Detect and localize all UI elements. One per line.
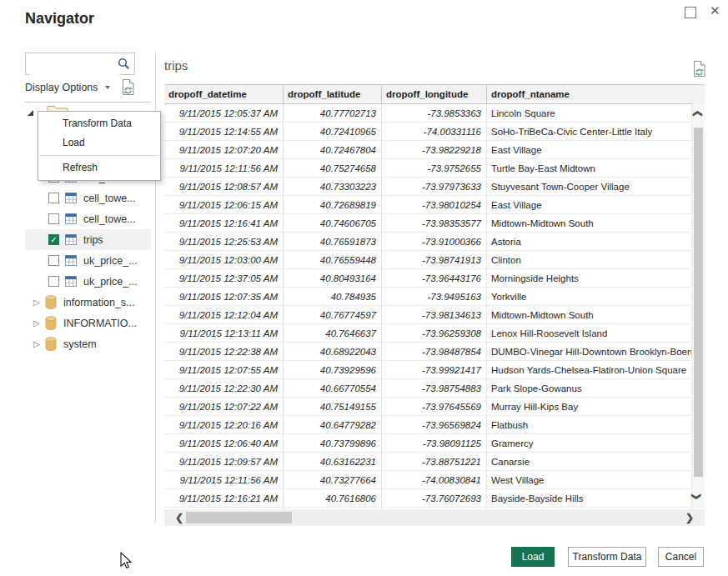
column-header-dropoff_datetime[interactable]: dropoff_datetime (164, 85, 284, 103)
preview-table: dropoff_datetimedropoff_latitudedropoff_… (164, 84, 705, 526)
table-icon (65, 255, 77, 266)
table-cell: -73.9853363 (382, 104, 487, 122)
horizontal-scroll-thumb[interactable] (186, 512, 292, 523)
table-cell: Lincoln Square (487, 104, 692, 122)
search-icon (118, 58, 130, 73)
load-button[interactable]: Load (511, 547, 555, 567)
table-cell: Bayside-Bayside Hills (487, 489, 692, 507)
expand-chevron-icon[interactable]: ▷ (33, 298, 43, 307)
table-cell: 9/11/2015 12:11:56 AM (164, 471, 284, 488)
vertical-scrollbar[interactable]: ❯ ❯ (692, 103, 705, 508)
table-cell: 9/11/2015 12:22:38 AM (164, 343, 284, 360)
table-row: 9/11/2015 12:25:53 AM40.76591873-73.9100… (164, 233, 692, 251)
table-cell: 40.64779282 (284, 416, 382, 433)
scroll-right-icon[interactable]: ❯ (685, 512, 694, 523)
table-cell: 40.66770554 (284, 379, 382, 397)
display-options-dropdown[interactable]: Display Options (25, 82, 110, 93)
menu-item-transform-data[interactable]: Transform Data (38, 114, 160, 133)
tree-item-information-s[interactable]: ▷ information_s... (25, 292, 151, 313)
horizontal-scrollbar[interactable]: ❮ ❯ (164, 509, 705, 526)
tree-item-uk-price[interactable]: uk_price_... (25, 271, 151, 292)
menu-item-refresh[interactable]: Refresh (38, 158, 160, 178)
checkbox[interactable]: ✓ (48, 234, 59, 245)
table-cell: 40.72689819 (284, 196, 382, 213)
table-row: 9/11/2015 12:14:55 AM40.72410965-74.0033… (164, 123, 692, 141)
table-cell: 9/11/2015 12:07:55 AM (164, 361, 284, 378)
table-icon (65, 213, 77, 224)
column-header-dropoff_latitude[interactable]: dropoff_latitude (284, 85, 382, 103)
expand-chevron-icon[interactable]: ▷ (33, 339, 43, 348)
preview-header-row: dropoff_datetimedropoff_latitudedropoff_… (164, 84, 705, 104)
table-cell: -73.98134613 (382, 306, 487, 323)
refresh-preview-icon[interactable] (692, 60, 706, 81)
table-cell: Midtown-Midtown South (487, 306, 692, 323)
table-cell: 9/11/2015 12:20:16 AM (164, 416, 284, 433)
table-cell: Clinton (487, 251, 692, 268)
column-header-dropoff_longitude[interactable]: dropoff_longitude (382, 85, 487, 103)
tree-item-label: system (63, 338, 97, 350)
table-cell: 9/11/2015 12:06:15 AM (164, 196, 284, 213)
preview-body: 9/11/2015 12:05:37 AM40.77702713-73.9853… (164, 104, 705, 526)
tree-item-informatio[interactable]: ▷ INFORMATIO... (25, 313, 151, 333)
table-cell: -73.98353577 (382, 214, 487, 232)
table-cell: Stuyvesant Town-Cooper Village (487, 178, 692, 195)
column-header-dropoff_ntaname[interactable]: dropoff_ntaname (487, 85, 705, 103)
tree-item-system[interactable]: ▷ system (25, 333, 151, 354)
expanded-triangle-icon[interactable] (28, 110, 33, 116)
checkbox[interactable] (48, 276, 59, 287)
checkbox[interactable] (48, 213, 59, 224)
table-cell: -73.9752655 (382, 159, 487, 177)
menu-separator (39, 155, 159, 156)
table-row: 9/11/2015 12:03:00 AM40.76559448-73.9874… (164, 251, 692, 269)
cancel-button[interactable]: Cancel (658, 547, 704, 567)
context-menu: Transform DataLoadRefresh (38, 111, 161, 181)
vertical-scroll-thumb[interactable] (694, 128, 703, 477)
table-row: 9/11/2015 12:09:57 AM40.63162231-73.8875… (164, 453, 692, 471)
scroll-up-icon[interactable]: ❯ (691, 110, 702, 118)
table-cell: -74.00331116 (382, 123, 487, 140)
table-cell: 9/11/2015 12:11:56 AM (164, 159, 284, 177)
scroll-left-icon[interactable]: ❮ (175, 512, 183, 523)
transform-data-button[interactable]: Transform Data (568, 547, 646, 567)
checkbox[interactable] (48, 255, 59, 266)
table-cell: 40.76559448 (284, 251, 382, 268)
table-row: 9/11/2015 12:06:15 AM40.72689819-73.9801… (164, 196, 692, 214)
tree-item-trips[interactable]: ✓ trips (25, 229, 151, 250)
table-row: 9/11/2015 12:08:57 AM40.73303223-73.9797… (164, 178, 692, 196)
table-cell: 9/11/2015 12:06:40 AM (164, 434, 284, 452)
tree-item-label: cell_towe... (83, 193, 136, 204)
scroll-down-icon[interactable]: ❯ (691, 493, 702, 500)
menu-item-load[interactable]: Load (38, 133, 160, 153)
refresh-icon[interactable] (121, 78, 135, 99)
database-icon (45, 295, 57, 309)
table-cell: 40.76591873 (284, 233, 382, 250)
tree-item-uk-price[interactable]: uk_price_... (25, 250, 151, 271)
expand-chevron-icon[interactable]: ▷ (33, 318, 43, 328)
tree-item-cell-towe[interactable]: cell_towe... (25, 188, 151, 208)
table-cell: 40.73277664 (284, 471, 382, 488)
search-box[interactable] (25, 53, 135, 75)
table-cell: -73.98754883 (382, 379, 487, 397)
table-cell: Gramercy (487, 434, 692, 452)
table-cell: 40.77702713 (284, 104, 382, 122)
table-row: 9/11/2015 12:05:37 AM40.77702713-73.9853… (164, 104, 692, 123)
table-cell: Midtown-Midtown South (487, 214, 692, 232)
table-cell: 40.80493164 (284, 269, 382, 287)
maximize-icon[interactable] (685, 7, 696, 18)
table-cell: 9/11/2015 12:12:04 AM (164, 306, 284, 323)
close-icon[interactable]: ✕ (710, 3, 720, 19)
table-cell: 9/11/2015 12:07:22 AM (164, 398, 284, 415)
table-row: 9/11/2015 12:20:16 AM40.64779282-73.9656… (164, 416, 692, 434)
search-input[interactable] (29, 54, 119, 75)
table-cell: -73.98229218 (382, 141, 487, 158)
checkbox[interactable] (48, 193, 59, 203)
table-cell: -73.88751221 (382, 453, 487, 470)
table-cell: 40.76774597 (284, 306, 382, 323)
tree-item-label: uk_price_... (83, 276, 138, 288)
table-cell: 9/11/2015 12:37:05 AM (164, 269, 284, 287)
table-cell: East Village (487, 196, 692, 213)
table-cell: Turtle Bay-East Midtown (487, 159, 692, 177)
table-row: 9/11/2015 12:11:56 AM40.75274658-73.9752… (164, 159, 692, 178)
tree-item-cell-towe[interactable]: cell_towe... (25, 208, 151, 229)
table-icon (65, 276, 77, 287)
